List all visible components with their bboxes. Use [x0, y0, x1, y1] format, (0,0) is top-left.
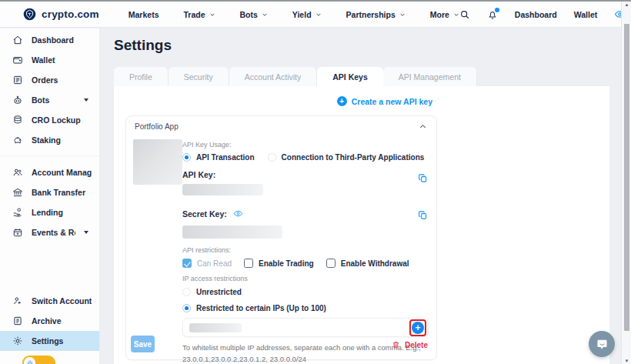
ip-address-input[interactable]: +	[182, 318, 429, 337]
checkbox-enable-trading[interactable]	[244, 259, 253, 268]
portfolio-app-api-key-card: Portfolio App API Key Usage: API Transac…	[125, 115, 437, 360]
copy-api-key-icon[interactable]	[418, 173, 428, 183]
sidebar-label: Dashboard	[32, 35, 92, 45]
nav-yield[interactable]: Yield	[292, 10, 322, 19]
support-chat-button[interactable]	[589, 331, 615, 357]
switch-user-icon	[12, 296, 23, 306]
sidebar-item-cro-lockup[interactable]: CRO Lockup	[0, 110, 99, 130]
tab-security[interactable]: Security	[169, 67, 229, 86]
crypto-com-logo[interactable]: crypto.com	[23, 8, 99, 21]
checkbox-enable-withdrawal-label: Enable Withdrawal	[341, 259, 409, 268]
restrictions-checkbox-group: Can Read Enable Trading Enable Withdrawa…	[182, 259, 429, 268]
ip-radio-unrestricted-row: Unrestricted	[182, 288, 429, 296]
add-ip-button[interactable]: +	[412, 322, 424, 334]
nav-bots[interactable]: Bots	[240, 10, 268, 19]
api-keys-panel: + Create a new API key Portfolio App API…	[114, 86, 609, 364]
theme-toggle[interactable]	[22, 356, 55, 364]
sidebar-item-account-management[interactable]: Account Management	[0, 162, 99, 182]
sidebar-item-events-rewards[interactable]: Events & Rewards	[0, 222, 99, 242]
secret-key-label: Secret Key:	[182, 209, 227, 219]
header-dashboard-link[interactable]: Dashboard	[515, 10, 557, 19]
tab-profile[interactable]: Profile	[114, 67, 169, 86]
sidebar-label: Bank Transfer	[32, 188, 92, 197]
create-api-key-button[interactable]: + Create a new API key	[337, 96, 432, 106]
whitelist-help-line2: 23.0.0.1,23.0.0.2,23.0.1.2, 23.0.0.0/24	[182, 355, 306, 363]
sidebar-label: Account Management	[32, 168, 92, 177]
header-wallet-link[interactable]: Wallet	[574, 10, 598, 19]
ip-restrictions-label: IP access restrictions	[182, 275, 429, 282]
sidebar-item-wallet[interactable]: Wallet	[0, 50, 99, 70]
radio-unrestricted[interactable]	[182, 288, 191, 296]
crypto-com-settings-page: crypto.com Markets Trade Bots Yield Part…	[0, 0, 631, 364]
scroll-up-arrow[interactable]: ▲	[622, 2, 631, 7]
primary-nav: Markets Trade Bots Yield Partnerships Mo…	[129, 10, 459, 19]
home-icon	[12, 35, 23, 45]
sidebar-item-bots[interactable]: Bots	[0, 90, 99, 110]
nav-trade[interactable]: Trade	[183, 10, 215, 19]
checkbox-enable-trading-label: Enable Trading	[259, 259, 314, 268]
nav-markets-label: Markets	[129, 10, 159, 19]
save-button[interactable]: Save	[131, 336, 155, 352]
sidebar-spacer	[0, 242, 99, 291]
bot-icon	[12, 95, 23, 105]
notifications-bell-icon[interactable]	[487, 9, 498, 20]
radio-api-transaction[interactable]	[182, 153, 191, 162]
checkbox-enable-withdrawal[interactable]	[326, 259, 336, 268]
usage-label: API Key Usage:	[182, 141, 429, 149]
radio-unrestricted-label: Unrestricted	[196, 288, 242, 296]
sidebar-item-orders[interactable]: Orders	[0, 70, 99, 90]
people-icon	[12, 167, 23, 178]
search-icon[interactable]	[459, 9, 470, 20]
sidebar-item-staking[interactable]: Staking	[0, 130, 99, 150]
chevron-down-icon	[453, 12, 459, 18]
sidebar-label: Switch Account	[32, 296, 92, 306]
restrictions-label: API restrictions:	[182, 246, 429, 254]
scroll-down-arrow[interactable]: ▼	[622, 359, 631, 363]
crypto-com-lion-icon	[23, 8, 36, 21]
sidebar-label: Wallet	[32, 55, 92, 65]
nav-markets[interactable]: Markets	[129, 10, 159, 19]
sidebar-item-archive[interactable]: Archive	[0, 311, 99, 331]
nav-more[interactable]: More	[430, 10, 459, 19]
sidebar-item-switch-account[interactable]: Switch Account	[0, 291, 99, 311]
theme-toggle-knob	[24, 357, 35, 364]
nav-trade-label: Trade	[183, 10, 205, 19]
calendar-icon	[12, 227, 23, 238]
sidebar-item-bank-transfer[interactable]: Bank Transfer	[0, 182, 99, 202]
sidebar-label: Settings	[32, 336, 92, 346]
api-key-label: API Key:	[182, 170, 429, 179]
checkbox-can-read-label: Can Read	[197, 259, 232, 268]
bank-icon	[12, 187, 23, 198]
page-scrollbar: ▲ ▼	[621, 2, 631, 364]
checkbox-can-read[interactable]	[182, 259, 192, 268]
sidebar-item-lending[interactable]: Lending	[0, 202, 99, 222]
sidebar-item-dashboard[interactable]: Dashboard	[0, 30, 99, 50]
copy-secret-key-icon[interactable]	[418, 210, 428, 220]
delete-button[interactable]: Delete	[392, 340, 428, 349]
reveal-secret-eye-icon[interactable]	[233, 209, 243, 219]
api-key-name: Portfolio App	[135, 122, 179, 131]
radio-restricted-ips[interactable]	[182, 304, 191, 312]
chevron-down-icon	[316, 12, 322, 18]
sidebar-label: CRO Lockup	[32, 115, 92, 125]
collapse-chevron-up-icon[interactable]	[419, 122, 427, 131]
sun-icon	[26, 359, 34, 364]
sidebar-label: Orders	[32, 75, 92, 85]
usage-radio-group: API Transaction Connection to Third-Part…	[182, 153, 429, 162]
radio-third-party[interactable]	[268, 153, 276, 162]
trash-icon	[392, 340, 400, 349]
nav-partnerships[interactable]: Partnerships	[346, 10, 406, 19]
tab-account-activity[interactable]: Account Activity	[229, 67, 318, 86]
sidebar-label: Events & Rewards	[32, 228, 75, 237]
scrollbar-thumb[interactable]	[624, 24, 629, 331]
left-sidebar: Dashboard Wallet Orders Bots CRO Lockup …	[0, 28, 100, 364]
delete-label: Delete	[405, 341, 428, 349]
sidebar-item-settings[interactable]: Settings	[0, 331, 99, 351]
header-actions: Dashboard Wallet DV	[459, 6, 631, 23]
sidebar-label: Archive	[32, 316, 92, 326]
api-key-form: API Key Usage: API Transaction Connectio…	[182, 139, 429, 364]
tab-api-keys[interactable]: API Keys	[317, 67, 383, 86]
tab-api-management[interactable]: API Management	[383, 67, 477, 86]
qr-code-redacted	[133, 139, 182, 185]
wallet-icon	[12, 55, 23, 65]
